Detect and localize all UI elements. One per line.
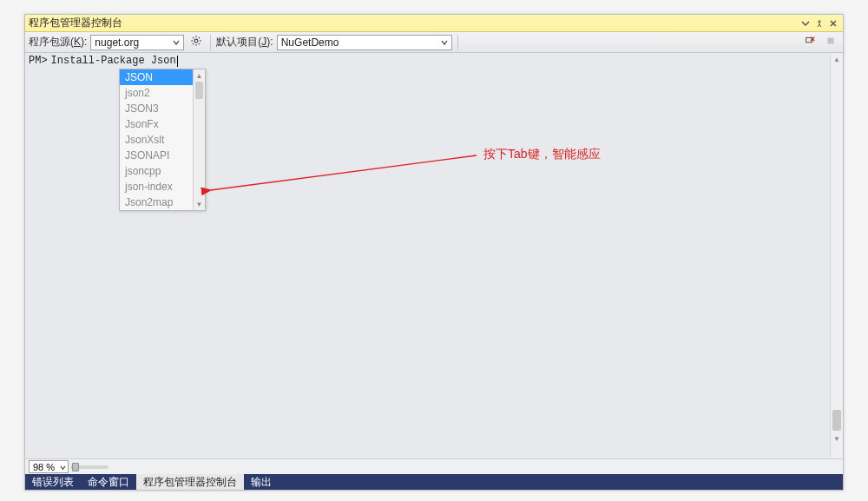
- separator: [457, 35, 458, 50]
- package-manager-console-panel: 程序包管理器控制台 程序包源(K): nuget.org 默认项目(J: [24, 14, 844, 491]
- prompt-line: PM> Install-Package Json: [29, 55, 178, 67]
- bottom-tab[interactable]: 输出: [244, 474, 279, 490]
- scroll-up-icon[interactable]: ▲: [831, 53, 843, 66]
- autocomplete-item[interactable]: jsoncpp: [120, 163, 193, 179]
- bottom-tab[interactable]: 命令窗口: [81, 474, 136, 490]
- bottom-tab[interactable]: 程序包管理器控制台: [136, 474, 244, 490]
- command-text: Install-Package Json: [51, 55, 176, 67]
- zoom-combo[interactable]: 98 %: [29, 460, 69, 473]
- pin-icon[interactable]: [813, 17, 825, 30]
- zoom-value: 98 %: [33, 462, 60, 472]
- autocomplete-item[interactable]: JsonXslt: [120, 132, 193, 148]
- autocomplete-item[interactable]: Json2map: [120, 194, 193, 210]
- autocomplete-popup: JSONjson2JSON3JsonFxJsonXsltJSONAPIjsonc…: [119, 69, 206, 211]
- toolbar: 程序包源(K): nuget.org 默认项目(J): NuGetDemo: [25, 32, 843, 53]
- default-project-value: NuGetDemo: [281, 36, 439, 49]
- autocomplete-item[interactable]: JsonFx: [120, 116, 193, 132]
- console-scrollbar[interactable]: ▲ ▼: [830, 53, 843, 458]
- autocomplete-item[interactable]: json-index: [120, 179, 193, 194]
- scroll-up-icon[interactable]: ▲: [194, 69, 205, 82]
- svg-line-8: [193, 43, 194, 44]
- scroll-down-icon[interactable]: ▼: [831, 432, 843, 445]
- autocomplete-item[interactable]: json2: [120, 85, 193, 101]
- svg-line-7: [199, 37, 200, 38]
- prompt-prefix: PM>: [29, 55, 48, 67]
- default-project-label: 默认项目(J):: [216, 35, 273, 49]
- package-source-label: 程序包源(K):: [29, 35, 87, 49]
- close-icon[interactable]: [827, 17, 839, 30]
- bottom-tab-strip: 错误列表命令窗口程序包管理器控制台输出: [25, 474, 843, 490]
- zoom-bar: 98 %: [25, 458, 843, 474]
- autocomplete-item[interactable]: JSONAPI: [120, 148, 193, 163]
- chevron-down-icon: [171, 39, 181, 46]
- svg-line-14: [211, 155, 477, 190]
- console-body[interactable]: PM> Install-Package Json JSONjson2JSON3J…: [25, 53, 843, 458]
- autocomplete-list[interactable]: JSONjson2JSON3JsonFxJsonXsltJSONAPIjsonc…: [120, 69, 193, 210]
- dropdown-icon[interactable]: [799, 17, 812, 30]
- gear-icon: [190, 35, 202, 49]
- zoom-slider[interactable]: [70, 465, 108, 469]
- settings-button[interactable]: [187, 34, 205, 51]
- separator: [210, 35, 211, 50]
- zoom-knob[interactable]: [72, 463, 79, 471]
- chevron-down-icon: [439, 39, 450, 46]
- autocomplete-item[interactable]: JSON: [120, 69, 193, 85]
- panel-title-bar: 程序包管理器控制台: [25, 15, 843, 32]
- text-cursor: [177, 56, 178, 67]
- package-source-combo[interactable]: nuget.org: [90, 35, 184, 50]
- stop-icon: [825, 35, 837, 49]
- bottom-tab[interactable]: 错误列表: [25, 474, 81, 490]
- svg-line-5: [193, 37, 194, 38]
- svg-line-6: [199, 43, 200, 44]
- clear-console-button[interactable]: [801, 34, 819, 51]
- scroll-down-icon[interactable]: ▼: [194, 198, 205, 210]
- clear-icon: [804, 35, 816, 49]
- default-project-combo[interactable]: NuGetDemo: [277, 35, 452, 50]
- autocomplete-scrollbar[interactable]: ▲ ▼: [193, 69, 205, 210]
- svg-rect-12: [828, 38, 834, 44]
- svg-point-0: [194, 39, 198, 43]
- scroll-thumb[interactable]: [195, 82, 203, 99]
- package-source-value: nuget.org: [95, 36, 171, 49]
- stop-button[interactable]: [822, 34, 839, 51]
- chevron-down-icon: [60, 462, 66, 472]
- autocomplete-item[interactable]: JSON3: [120, 101, 193, 116]
- panel-title: 程序包管理器控制台: [29, 16, 798, 30]
- annotation-text: 按下Tab键，智能感应: [483, 147, 601, 162]
- scroll-thumb[interactable]: [832, 410, 841, 431]
